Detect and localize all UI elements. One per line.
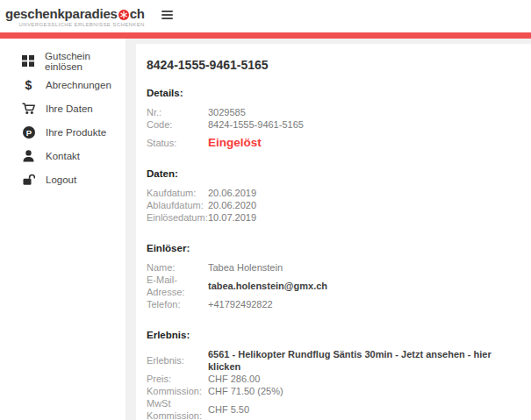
row-label: E-Mail-Adresse:	[147, 274, 208, 298]
email-link[interactable]: tabea.holenstein@gmx.ch	[208, 280, 327, 292]
main-region: 8424-1555-9461-5165 Details: Nr.: 302958…	[126, 39, 531, 420]
row-label: MwSt Kommission:	[147, 397, 208, 420]
sidebar-item-gutschein-einloesen[interactable]: Gutschein einlösen	[0, 49, 126, 73]
erlebnis-row-kommission: Kommission: CHF 71.50 (25%)	[147, 385, 517, 397]
grid-icon	[22, 55, 34, 67]
row-label: Preis:	[147, 373, 208, 385]
erlebnis-section: Erlebnis: Erlebnis: 6561 - Helikopter Ru…	[147, 330, 517, 420]
unlock-icon	[22, 174, 35, 185]
row-value: 3029585	[208, 106, 246, 118]
status-badge: Eingelöst	[208, 137, 262, 149]
dollar-icon: $	[22, 78, 35, 92]
row-value: 20.06.2020	[208, 199, 256, 211]
logo[interactable]: geschenkparadies ch UNVERGESSLICHE ERLEB…	[5, 6, 145, 27]
row-value: Tabea Holenstein	[208, 261, 283, 274]
row-label: Code:	[147, 118, 208, 131]
erlebnis-link[interactable]: 6561 - Helikopter Rundflug Säntis 30min …	[208, 348, 517, 373]
erlebnis-heading: Erlebnis:	[147, 330, 517, 340]
sidebar-item-label: Abrechnungen	[46, 80, 111, 90]
row-label: Ablaufdatum:	[147, 199, 208, 211]
row-label: Name:	[147, 261, 208, 274]
sidebar-item-label: Logout	[46, 174, 76, 185]
row-value: +41792492822	[208, 298, 273, 310]
svg-text:P: P	[25, 127, 32, 137]
app-window: geschenkparadies ch UNVERGESSLICHE ERLEB…	[0, 0, 531, 420]
erlebnis-row-link: Erlebnis: 6561 - Helikopter Rundflug Sän…	[147, 348, 517, 373]
row-label: Kommission:	[147, 385, 208, 397]
sidebar-item-ihre-produkte[interactable]: P Ihre Produkte	[0, 120, 126, 144]
daten-heading: Daten:	[147, 168, 517, 179]
details-section: Details: Nr.: 3029585 Code: 8424-1555-94…	[147, 88, 517, 149]
detail-row-code: Code: 8424-1555-9461-5165	[147, 118, 517, 131]
header: geschenkparadies ch UNVERGESSLICHE ERLEB…	[0, 0, 531, 32]
einloeser-row-telefon: Telefon: +41792492822	[147, 298, 517, 310]
einloeser-row-name: Name: Tabea Holenstein	[147, 261, 517, 274]
accent-bar	[0, 32, 531, 39]
page-title: 8424-1555-9461-5165	[147, 58, 517, 72]
logo-text-main: geschenkparadies	[5, 6, 118, 21]
sidebar-item-label: Ihre Produkte	[46, 127, 106, 138]
sidebar-item-ihre-daten[interactable]: Ihre Daten	[0, 96, 126, 120]
einloeser-row-email: E-Mail-Adresse: tabea.holenstein@gmx.ch	[147, 274, 517, 298]
row-value: 8424-1555-9461-5165	[208, 118, 304, 131]
red-circle-bow-icon	[118, 8, 129, 18]
detail-row-nr: Nr.: 3029585	[147, 106, 517, 118]
row-label: Einlösedatum:	[147, 211, 208, 224]
sidebar: Gutschein einlösen $ Abrechnungen Ihre D…	[0, 39, 126, 420]
row-value: CHF 286.00	[208, 373, 260, 385]
sidebar-item-label: Ihre Daten	[46, 103, 93, 114]
content-area: Gutschein einlösen $ Abrechnungen Ihre D…	[0, 39, 531, 420]
logo-wordmark: geschenkparadies ch	[5, 6, 145, 21]
sidebar-item-label: Gutschein einlösen	[45, 51, 126, 72]
row-label: Nr.:	[147, 106, 208, 118]
row-label: Status:	[147, 137, 208, 149]
row-value: 20.06.2019	[208, 187, 256, 199]
daten-row-einloesedatum: Einlösedatum: 10.07.2019	[147, 211, 517, 224]
logo-text-suffix: ch	[130, 6, 145, 21]
einloeser-section: Einlöser: Name: Tabea Holenstein E-Mail-…	[147, 243, 517, 310]
erlebnis-row-mwst-kommission: MwSt Kommission: CHF 5.50	[147, 397, 517, 420]
daten-row-ablaufdatum: Ablaufdatum: 20.06.2020	[147, 199, 517, 211]
row-value: CHF 5.50	[208, 403, 249, 416]
user-icon	[22, 150, 35, 162]
cart-icon	[22, 103, 35, 115]
sidebar-item-label: Kontakt	[46, 151, 80, 161]
details-heading: Details:	[147, 88, 517, 98]
row-value: 10.07.2019	[208, 211, 256, 224]
erlebnis-row-preis: Preis: CHF 286.00	[147, 373, 517, 385]
row-value: CHF 71.50 (25%)	[208, 385, 283, 397]
einloeser-heading: Einlöser:	[147, 243, 517, 253]
sidebar-item-logout[interactable]: Logout	[0, 167, 126, 191]
daten-row-kaufdatum: Kaufdatum: 20.06.2019	[147, 187, 517, 199]
row-label: Erlebnis:	[147, 354, 208, 367]
row-label: Telefon:	[147, 298, 208, 310]
row-label: Kaufdatum:	[147, 187, 208, 199]
daten-section: Daten: Kaufdatum: 20.06.2019 Ablaufdatum…	[147, 168, 517, 224]
status-row: Status: Eingelöst	[147, 137, 517, 149]
sidebar-item-abrechnungen[interactable]: $ Abrechnungen	[0, 73, 126, 96]
voucher-detail-card: 8424-1555-9461-5165 Details: Nr.: 302958…	[136, 44, 531, 420]
product-p-icon: P	[22, 126, 35, 139]
sidebar-item-kontakt[interactable]: Kontakt	[0, 144, 126, 167]
logo-tagline: UNVERGESSLICHE ERLEBNISSE SCHENKEN	[5, 22, 145, 27]
hamburger-icon[interactable]	[159, 8, 176, 22]
